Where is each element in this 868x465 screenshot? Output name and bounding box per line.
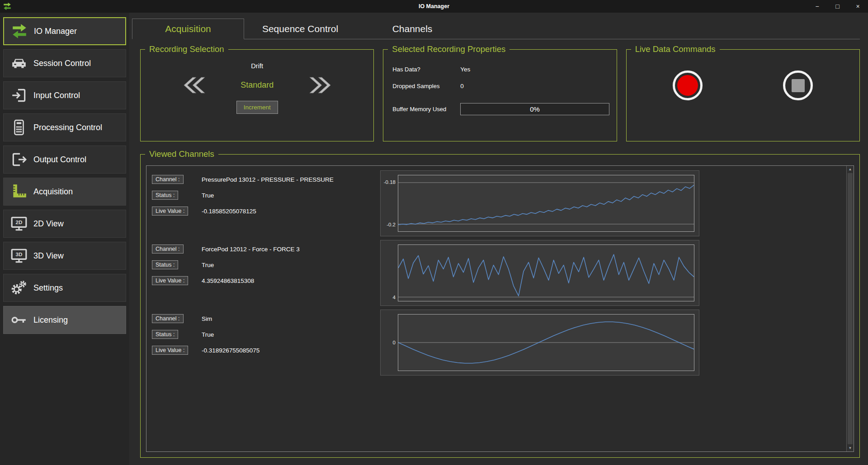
chart-plot-area bbox=[398, 244, 694, 301]
channel-label-chip: Channel : bbox=[152, 244, 184, 254]
channel-label-chip: Channel : bbox=[152, 314, 184, 323]
record-button[interactable] bbox=[673, 70, 703, 100]
sidebar-item-label: 3D View bbox=[33, 251, 64, 261]
sidebar-item-label: Session Control bbox=[33, 59, 91, 68]
key-icon bbox=[8, 311, 30, 329]
sidebar-item-label: Settings bbox=[33, 283, 63, 293]
live-value-label-chip: Live Value : bbox=[152, 346, 188, 355]
y-tick-label: -0.2 bbox=[387, 222, 396, 227]
buffer-memory-progressbar: 0% bbox=[460, 103, 609, 115]
status-label-chip: Status : bbox=[152, 191, 178, 200]
previous-recording-button[interactable] bbox=[181, 77, 207, 94]
group-title: Viewed Channels bbox=[145, 149, 218, 159]
main-area: Acquisition Sequence Control Channels Re… bbox=[129, 13, 868, 465]
sidebar-item-label: Output Control bbox=[33, 155, 86, 164]
sidebar-item-processing-control[interactable]: Processing Control bbox=[3, 113, 126, 141]
sidebar-item-licensing[interactable]: Licensing bbox=[3, 306, 126, 334]
keypad-icon bbox=[8, 118, 30, 136]
record-icon bbox=[677, 75, 698, 96]
chart-y-axis: 0 bbox=[382, 314, 398, 371]
status-label-chip: Status : bbox=[152, 260, 178, 269]
sidebar-item-3d-view[interactable]: 3D 3D View bbox=[3, 242, 126, 270]
tab-bar: Acquisition Sequence Control Channels bbox=[132, 13, 860, 39]
sidebar-item-label: Acquisition bbox=[33, 187, 73, 197]
channel-list: Channel : PressurePod 13012 - PRESSURE -… bbox=[152, 170, 380, 451]
group-title: Recording Selection bbox=[145, 44, 228, 54]
y-tick-label: 4 bbox=[393, 295, 396, 300]
increment-button[interactable]: Increment bbox=[236, 101, 278, 114]
sidebar: IO Manager Session Control bbox=[0, 13, 129, 465]
tab-sequence-control[interactable]: Sequence Control bbox=[244, 19, 356, 39]
status-value: True bbox=[202, 331, 380, 338]
channel-entry: Channel : ForcePod 12012 - Force - FORCE… bbox=[152, 244, 380, 310]
swap-arrows-icon bbox=[9, 22, 30, 40]
chart-y-axis: 4 bbox=[382, 244, 398, 301]
live-value-label-chip: Live Value : bbox=[152, 207, 188, 216]
sidebar-item-label: Input Control bbox=[33, 91, 80, 100]
monitor-2d-icon: 2D bbox=[8, 215, 30, 233]
chart-plot-area bbox=[398, 175, 694, 232]
close-button[interactable]: × bbox=[848, 0, 868, 13]
car-icon bbox=[8, 54, 30, 72]
arrow-into-bracket-icon bbox=[8, 86, 30, 104]
buffer-memory-label: Buffer Memory Used bbox=[392, 106, 460, 113]
stop-icon bbox=[792, 79, 805, 92]
viewed-channels-group: Viewed Channels Channel : PressurePod 13… bbox=[140, 154, 860, 458]
svg-text:3D: 3D bbox=[16, 251, 23, 257]
channel-name-value: PressurePod 13012 - PRESSURE - PRESSURE bbox=[202, 176, 380, 183]
tab-channels[interactable]: Channels bbox=[356, 19, 468, 39]
live-value: 4.35924863815308 bbox=[202, 277, 380, 284]
live-value: -0.318926755085075 bbox=[202, 347, 380, 354]
status-value: True bbox=[202, 262, 380, 268]
stop-button[interactable] bbox=[783, 70, 813, 100]
tab-content: Recording Selection Drift Standard bbox=[132, 39, 860, 465]
group-title: Selected Recording Properties bbox=[388, 44, 509, 54]
group-title: Live Data Commands bbox=[631, 44, 720, 54]
sidebar-item-settings[interactable]: Settings bbox=[3, 274, 126, 302]
tab-acquisition[interactable]: Acquisition bbox=[132, 19, 244, 39]
sidebar-item-label: Licensing bbox=[33, 315, 68, 325]
scroll-up-button[interactable]: ▲ bbox=[847, 166, 854, 173]
live-data-commands-group: Live Data Commands bbox=[626, 49, 860, 141]
channel-entry: Channel : Sim Status : True Live Value : bbox=[152, 314, 380, 380]
maximize-button[interactable]: □ bbox=[827, 0, 848, 13]
window-controls: − □ × bbox=[807, 0, 868, 13]
sidebar-item-2d-view[interactable]: 2D 2D View bbox=[3, 210, 126, 238]
sidebar-item-io-manager[interactable]: IO Manager bbox=[3, 17, 126, 45]
channel-label-chip: Channel : bbox=[152, 175, 184, 184]
live-value: -0.18585205078125 bbox=[202, 208, 380, 215]
chart-plot-area bbox=[398, 314, 694, 371]
recording-selection-group: Recording Selection Drift Standard bbox=[140, 49, 374, 141]
has-data-value: Yes bbox=[460, 66, 609, 73]
force-channel-chart: 4 bbox=[380, 240, 699, 306]
scrollbar-thumb[interactable] bbox=[848, 173, 853, 444]
minimize-button[interactable]: − bbox=[807, 0, 827, 13]
status-label-chip: Status : bbox=[152, 330, 178, 339]
sidebar-item-output-control[interactable]: Output Control bbox=[3, 146, 126, 174]
chart-y-axis: -0.18-0.2 bbox=[382, 175, 398, 232]
vertical-scrollbar[interactable]: ▲ ▼ bbox=[846, 166, 854, 451]
pressure-channel-chart: -0.18-0.2 bbox=[380, 170, 699, 236]
monitor-3d-icon: 3D bbox=[8, 247, 30, 265]
has-data-label: Has Data? bbox=[392, 66, 460, 73]
sidebar-item-input-control[interactable]: Input Control bbox=[3, 81, 126, 109]
arrow-out-of-bracket-icon bbox=[8, 150, 30, 169]
sidebar-item-acquisition[interactable]: Acquisition bbox=[3, 178, 126, 206]
ruler-icon bbox=[8, 183, 30, 201]
sidebar-item-label: Processing Control bbox=[33, 123, 102, 132]
app-window: IO Manager − □ × IO Manager bbox=[0, 0, 868, 465]
window-title: IO Manager bbox=[0, 3, 868, 9]
live-value-label-chip: Live Value : bbox=[152, 276, 188, 285]
y-tick-label: 0 bbox=[393, 340, 396, 345]
channel-charts: -0.18-0.2 4 0 bbox=[380, 170, 699, 451]
recording-properties-group: Selected Recording Properties Has Data? … bbox=[383, 49, 617, 141]
svg-text:2D: 2D bbox=[16, 219, 23, 225]
channel-name-value: ForcePod 12012 - Force - FORCE 3 bbox=[202, 246, 380, 253]
tab-label: Acquisition bbox=[165, 23, 211, 34]
next-recording-button[interactable] bbox=[308, 77, 333, 94]
scroll-down-button[interactable]: ▼ bbox=[847, 445, 854, 451]
sidebar-item-label: IO Manager bbox=[34, 27, 77, 36]
sidebar-item-session-control[interactable]: Session Control bbox=[3, 49, 126, 77]
channel-entry: Channel : PressurePod 13012 - PRESSURE -… bbox=[152, 175, 380, 241]
dropped-samples-label: Dropped Samples bbox=[392, 83, 460, 89]
